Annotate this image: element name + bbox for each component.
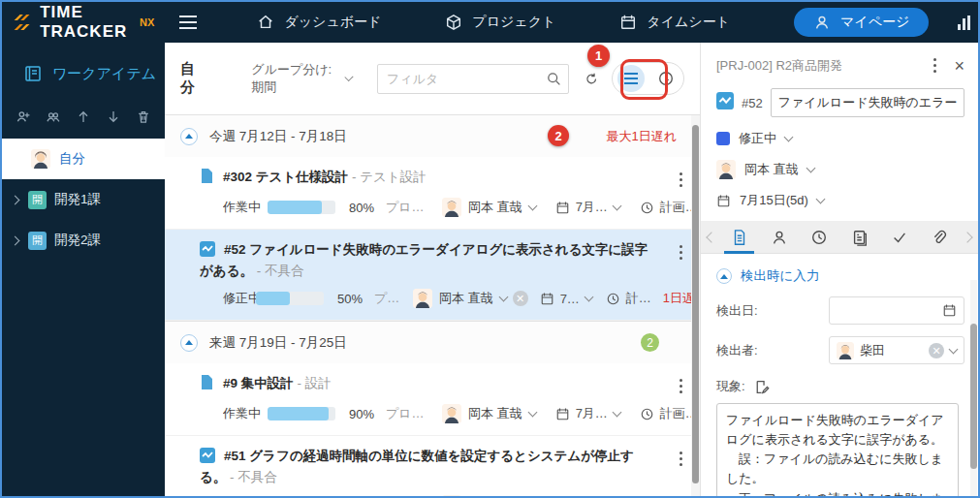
kebab-menu-icon[interactable] (678, 377, 684, 395)
nav-project[interactable]: プロジェクト (445, 14, 555, 31)
date-dropdown[interactable]: 7… (540, 292, 592, 306)
arrow-down-icon[interactable] (106, 109, 121, 125)
phenomenon-textarea[interactable]: ファイルロード失敗時のエラーダイアログに表示される文字に誤字がある。 誤：ファイ… (716, 403, 959, 498)
plan-time[interactable]: 計画… (640, 199, 698, 216)
chevron-down-icon (612, 408, 621, 418)
date-dropdown[interactable]: 7月… (555, 405, 620, 422)
kebab-menu-icon[interactable] (678, 243, 684, 262)
nav-items: ダッシュボード プロジェクト タイムシート マイページ 分析 (257, 8, 980, 37)
scrollbar[interactable] (691, 115, 700, 496)
task-row-52[interactable]: #52 ファイルロード失敗時のエラーダイアログに表示される文字に誤字がある。 -… (165, 230, 700, 321)
tab-time[interactable] (800, 221, 839, 254)
task-row-51[interactable]: #51 グラフの経過時間軸の単位に数値を設定するとシステムが停止する。 - 不具… (165, 436, 700, 498)
arrow-up-icon[interactable] (76, 109, 91, 125)
group-icon[interactable] (46, 109, 61, 125)
collapse-icon[interactable] (180, 334, 198, 352)
kebab-menu-icon[interactable] (678, 450, 684, 468)
task-category: - 設計 (298, 376, 332, 390)
task-status: 修正中 (223, 290, 256, 307)
title-input[interactable] (771, 88, 964, 117)
detector-dropdown[interactable]: 柴田 ✕ (829, 336, 964, 364)
calendar-icon (555, 407, 570, 421)
collapse-icon[interactable] (180, 128, 198, 145)
avatar (442, 198, 461, 217)
sidebar-item-self[interactable]: 自分 (2, 139, 165, 179)
group-header-nextweek[interactable]: 来週 7月19日 - 7月25日 2 (165, 321, 700, 363)
clock-icon (640, 407, 654, 421)
group-header-thisweek[interactable]: 今週 7月12日 - 7月18日 最大1日遅れ (165, 114, 700, 157)
chevron-down-icon (806, 164, 815, 173)
filter-input[interactable] (377, 64, 569, 94)
assignee-dropdown[interactable]: 岡本 直哉 (413, 289, 507, 308)
nav-timesheet[interactable]: タイムシート (619, 14, 730, 31)
nav-dashboard[interactable]: ダッシュボード (257, 14, 381, 31)
progress-bar (268, 201, 335, 214)
tabs-prev-icon[interactable] (706, 232, 716, 242)
sidebar-item-dev1[interactable]: 開 開発1課 (2, 179, 165, 220)
tab-notes[interactable] (839, 221, 879, 254)
close-icon[interactable]: × (954, 57, 964, 75)
refresh-icon[interactable] (585, 71, 598, 87)
person-add-icon[interactable] (16, 109, 31, 125)
schedule-label: 7月15日(5d) (740, 192, 808, 209)
bug-icon (716, 92, 734, 113)
kebab-menu-icon[interactable] (678, 171, 684, 189)
sidebar-toolbar (2, 83, 165, 139)
tab-check[interactable] (879, 221, 919, 254)
edit-icon[interactable] (753, 379, 770, 395)
assignee-name: 岡本 直哉 (468, 199, 522, 216)
scrollbar[interactable] (970, 280, 977, 498)
tab-people[interactable] (759, 221, 799, 254)
notes-icon (851, 229, 869, 246)
app-logo[interactable]: TIME TRACKER NX (2, 3, 154, 42)
chevron-down-icon (344, 73, 353, 81)
nav-label: ダッシュボード (284, 14, 381, 31)
date-dropdown[interactable]: 7月… (555, 199, 620, 216)
tabs-next-icon[interactable] (962, 232, 972, 242)
plan-time[interactable]: 計… (606, 290, 651, 307)
assignee-name: 岡本 直哉 (744, 161, 799, 178)
nav-mypage[interactable]: マイページ (794, 8, 929, 37)
task-icon (200, 168, 214, 189)
chevron-right-icon[interactable] (11, 195, 20, 204)
plan-label: 計… (626, 290, 651, 307)
group-by-dropdown[interactable]: グループ分け:期間 (251, 61, 352, 96)
sidebar-item-dev2[interactable]: 開 開発2課 (2, 220, 165, 261)
menu-toggle-icon[interactable] (179, 16, 197, 29)
kebab-menu-icon[interactable] (932, 56, 938, 75)
section-detect-input[interactable]: 検出時に入力 (716, 267, 964, 285)
assignee-dropdown[interactable]: 岡本 直哉 (442, 404, 536, 423)
trash-icon[interactable] (136, 109, 151, 125)
avatar (716, 160, 736, 179)
scrollbar-thumb[interactable] (970, 324, 977, 469)
clear-icon[interactable]: ✕ (929, 343, 944, 358)
clear-icon[interactable]: ✕ (513, 291, 528, 306)
tab-detail[interactable] (719, 221, 759, 254)
status-dropdown[interactable]: 修正中 (716, 130, 964, 147)
task-row-302[interactable]: #302 テスト仕様設計 - テスト設計 作業中 80% プロ… 岡本 直哉 7… (165, 157, 700, 230)
detector-name: 柴田 (860, 342, 923, 359)
panel-tabs (701, 221, 978, 254)
sidebar-item-label: 開発1課 (54, 191, 101, 208)
brand-suffix: NX (140, 16, 154, 28)
tab-attachments[interactable] (920, 221, 960, 254)
scrollbar-thumb[interactable] (692, 125, 699, 483)
task-row-9[interactable]: #9 集中設計 - 設計 作業中 90% プロ… 岡本 直哉 7月… (165, 363, 700, 436)
nav-label: マイページ (840, 14, 909, 31)
calendar-icon (716, 194, 731, 208)
assignee-dropdown[interactable]: 岡本 直哉 (442, 198, 536, 217)
calendar-icon[interactable] (942, 303, 957, 318)
progress-label: 90% (349, 407, 386, 421)
person-icon (813, 14, 831, 31)
schedule-dropdown[interactable]: 7月15日(5d) (716, 192, 964, 209)
assignee-dropdown[interactable]: 岡本 直哉 (716, 160, 964, 179)
chevron-right-icon[interactable] (11, 235, 20, 245)
panel-title-row: #52 (716, 88, 964, 117)
nav-analytics[interactable]: 分析 (958, 14, 980, 31)
plan-time[interactable]: 計画… (640, 405, 698, 422)
date-picker-input[interactable] (829, 296, 964, 325)
panel-header: [PRJ-002] R2商品開発 × (716, 56, 964, 75)
task-project: プロ… (386, 405, 428, 422)
search-icon[interactable] (546, 71, 561, 86)
task-project: プ… (374, 290, 399, 307)
